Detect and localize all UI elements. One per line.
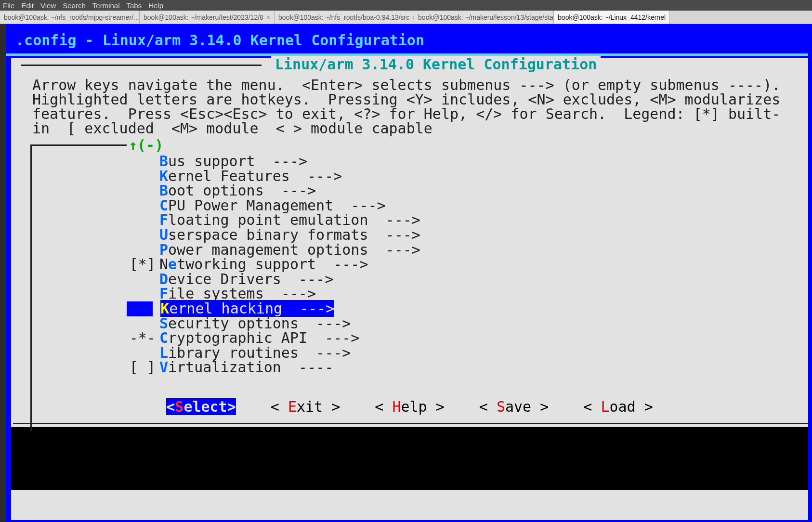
tab-3[interactable]: book@100ask: ~/makeru/lesson/13/stage/st… bbox=[414, 11, 554, 24]
scroll-up-indicator: ↑(-) bbox=[127, 137, 165, 154]
menu-item-0[interactable]: Bus support ---> bbox=[127, 154, 808, 169]
menu-item-1[interactable]: Kernel Features ---> bbox=[127, 169, 808, 184]
dialog-header: Linux/arm 3.14.0 Kernel Configuration bbox=[11, 58, 808, 72]
config-title: .config - Linux/arm 3.14.0 Kernel Config… bbox=[4, 28, 808, 53]
menu-help[interactable]: Help bbox=[148, 1, 163, 10]
menu-border-top: ↑(-) bbox=[30, 140, 808, 154]
tab-0[interactable]: book@100ask: ~/nfs_rootfs/mjpg-streamer/… bbox=[0, 11, 140, 24]
menu-file[interactable]: File bbox=[3, 1, 14, 10]
tab-label: book@100ask: ~/makeru/test/2023/12/8 bbox=[144, 13, 263, 21]
menu-item-5[interactable]: Userspace binary formats ---> bbox=[127, 228, 808, 243]
menu-list[interactable]: Bus support ---> Kernel Features ---> Bo… bbox=[30, 154, 808, 375]
tabbar: book@100ask: ~/nfs_rootfs/mjpg-streamer/… bbox=[0, 11, 812, 24]
button-select[interactable]: <Select> bbox=[166, 398, 236, 415]
menu-item-3[interactable]: CPU Power Management ---> bbox=[127, 198, 808, 213]
tab-label: book@100ask: ~/nfs_rootfs/mjpg-streamer/… bbox=[4, 13, 139, 21]
terminal-blank bbox=[11, 427, 808, 490]
dialog-title: Linux/arm 3.14.0 Kernel Configuration bbox=[271, 56, 601, 73]
tab-4[interactable]: book@100ask: ~/Linux_4412/kernel bbox=[554, 11, 670, 24]
button-bar: <Select>< Exit >< Help >< Save >< Load > bbox=[11, 398, 808, 415]
button-save[interactable]: < Save > bbox=[479, 398, 549, 415]
help-text: Arrow keys navigate the menu. <Enter> se… bbox=[11, 72, 808, 136]
launcher-strip bbox=[0, 24, 6, 522]
terminal: .config - Linux/arm 3.14.0 Kernel Config… bbox=[0, 24, 812, 522]
menu-item-13[interactable]: Library routines ---> bbox=[127, 346, 808, 361]
corner bbox=[30, 144, 127, 146]
menu-item-14[interactable]: [ ]Virtualization ---- bbox=[127, 360, 808, 375]
menu-item-2[interactable]: Boot options ---> bbox=[127, 183, 808, 198]
menu-edit[interactable]: Edit bbox=[21, 1, 34, 10]
menu-item-8[interactable]: Device Drivers ---> bbox=[127, 272, 808, 287]
menu-search[interactable]: Search bbox=[63, 1, 86, 10]
menu-item-6[interactable]: Power management options ---> bbox=[127, 243, 808, 258]
menu-item-10[interactable]: Kernel hacking ---> bbox=[127, 301, 808, 316]
tab-1[interactable]: book@100ask: ~/makeru/test/2023/12/8× bbox=[140, 11, 275, 24]
menuconfig-dialog: Linux/arm 3.14.0 Kernel Configuration Ar… bbox=[11, 58, 808, 520]
tab-label: book@100ask: ~/Linux_4412/kernel bbox=[558, 13, 666, 21]
menu-frame: ↑(-) Bus support ---> Kernel Features --… bbox=[30, 140, 808, 375]
menu-item-7[interactable]: [*]Networking support ---> bbox=[127, 257, 808, 272]
menu-item-11[interactable]: Security options ---> bbox=[127, 316, 808, 331]
close-icon[interactable]: × bbox=[266, 13, 270, 21]
button-help[interactable]: < Help > bbox=[375, 398, 445, 415]
tab-label: book@100ask: ~/nfs_rootfs/boa-0.94.13/sr… bbox=[278, 13, 409, 21]
menu-tabs[interactable]: Tabs bbox=[127, 1, 142, 10]
bottom-rule bbox=[13, 423, 808, 424]
button-exit[interactable]: < Exit > bbox=[271, 398, 341, 415]
menu-item-12[interactable]: -*-Cryptographic API ---> bbox=[127, 331, 808, 346]
button-load[interactable]: < Load > bbox=[583, 398, 653, 415]
menubar: File Edit View Search Terminal Tabs Help bbox=[0, 0, 812, 11]
menu-view[interactable]: View bbox=[40, 1, 56, 10]
rule bbox=[21, 65, 262, 66]
menu-border-left bbox=[30, 144, 32, 431]
tab-label: book@100ask: ~/makeru/lesson/13/stage/st… bbox=[418, 13, 554, 21]
menu-item-9[interactable]: File systems ---> bbox=[127, 287, 808, 301]
menu-item-4[interactable]: Floating point emulation ---> bbox=[127, 213, 808, 228]
tab-2[interactable]: book@100ask: ~/nfs_rootfs/boa-0.94.13/sr… bbox=[275, 11, 414, 24]
menu-terminal[interactable]: Terminal bbox=[92, 1, 120, 10]
